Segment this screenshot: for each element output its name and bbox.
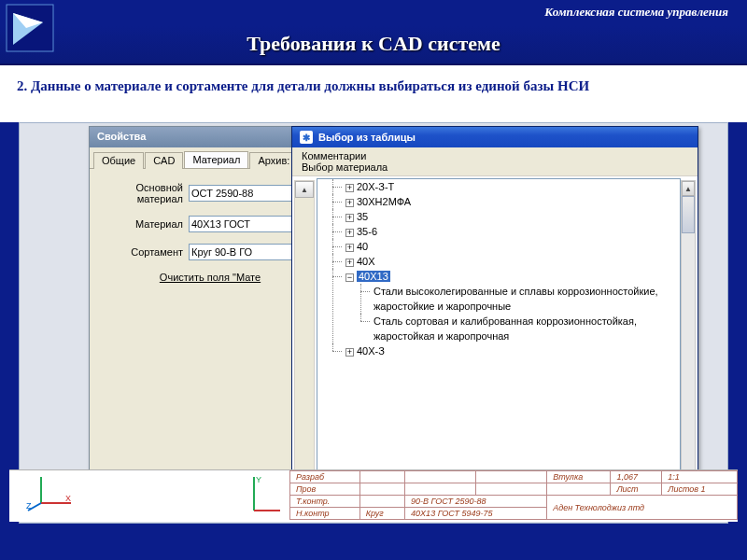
- table-select-title: Выбор из таблицы: [318, 132, 416, 143]
- axis-y-icon: Y: [247, 473, 284, 514]
- axis-3d-icon: XZ: [24, 471, 80, 512]
- drawing-title-block: XZ Y Разраб Втулка 1,067 1:1 Пров Лист Л…: [9, 469, 738, 522]
- scroll-up-button[interactable]: ▲: [682, 181, 695, 196]
- scroll-up-button[interactable]: ▲: [295, 181, 314, 198]
- left-scrollbar[interactable]: ▲ ▼: [294, 180, 315, 490]
- svg-text:Z: Z: [26, 501, 32, 511]
- tree-node[interactable]: +30ХН2МФА: [332, 194, 680, 209]
- expand-icon[interactable]: +: [345, 229, 354, 237]
- svg-text:X: X: [65, 494, 71, 503]
- main-material-label: Основной материал: [97, 182, 189, 204]
- table-select-titlebar[interactable]: ✱ Выбор из таблицы: [292, 127, 698, 147]
- tab-cad[interactable]: CAD: [145, 152, 183, 169]
- tree-node[interactable]: +20Х-З-Т: [332, 179, 680, 194]
- scroll-thumb[interactable]: [682, 196, 695, 233]
- tree-node[interactable]: +40: [332, 239, 680, 254]
- tree-node[interactable]: +40Х: [332, 254, 680, 269]
- expand-icon[interactable]: +: [345, 348, 354, 357]
- tree-node-selected[interactable]: 40Х13: [357, 271, 390, 282]
- tree-node[interactable]: +35-6: [332, 224, 680, 239]
- table-select-window: ✱ Выбор из таблицы Комментарии Выбор мат…: [291, 126, 698, 499]
- vertical-scrollbar[interactable]: ▲ ▼: [681, 180, 696, 490]
- company-logo: [6, 4, 54, 52]
- tree-subnode[interactable]: Стали высоколегированные и сплавы корроз…: [360, 284, 680, 314]
- tree-subnode[interactable]: Сталь сортовая и калиброванная коррозион…: [360, 314, 680, 343]
- tab-material[interactable]: Материал: [184, 151, 248, 168]
- expand-icon[interactable]: +: [345, 214, 354, 222]
- table-row: Т.контр. 90-В ГОСТ 2590-88 Аден Технолод…: [290, 496, 738, 508]
- table-select-menubar: Комментарии Выбор материала: [292, 147, 698, 176]
- expand-icon[interactable]: +: [345, 259, 354, 267]
- tab-general[interactable]: Общие: [93, 152, 144, 169]
- material-label: Материал: [97, 218, 189, 230]
- tree-node[interactable]: +35: [332, 209, 680, 224]
- svg-text:Y: Y: [256, 475, 261, 484]
- collapse-icon[interactable]: −: [345, 273, 354, 282]
- system-name: Комплексная система управления: [0, 0, 747, 26]
- app-icon: ✱: [300, 131, 313, 144]
- page-title: Требования к CAD системе: [0, 26, 747, 65]
- tree-node[interactable]: +40Х-З: [332, 343, 680, 358]
- expand-icon[interactable]: +: [345, 184, 354, 192]
- expand-icon[interactable]: +: [345, 244, 354, 252]
- material-tree[interactable]: +20Х-З-Т +30ХН2МФА +35 +35-6 +40 +40Х −4…: [317, 178, 681, 492]
- expand-icon[interactable]: +: [345, 199, 354, 207]
- page-subtitle: 2. Данные о материале и сортаменте для д…: [0, 65, 747, 122]
- table-row: Разраб Втулка 1,067 1:1: [290, 471, 738, 483]
- menu-comments[interactable]: Комментарии: [302, 150, 366, 161]
- menu-select-material[interactable]: Выбор материала: [302, 161, 388, 173]
- table-row: Пров Лист Листов 1: [290, 483, 738, 496]
- assortment-label: Сортамент: [97, 246, 189, 258]
- tree-node-expanded[interactable]: −40Х13 Стали высоколегированные и сплавы…: [332, 269, 680, 343]
- clear-material-link[interactable]: Очистить поля "Мате: [97, 272, 323, 283]
